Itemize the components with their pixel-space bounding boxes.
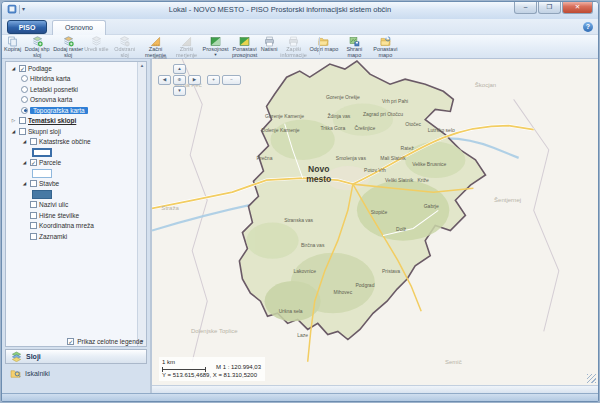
full-legend-checkbox[interactable]: ✓: [67, 338, 74, 345]
tree-item-nazivi-ulic[interactable]: Nazivi ulic: [7, 200, 136, 211]
window-bottom-border: [2, 393, 598, 402]
basemap-radio[interactable]: [21, 86, 28, 93]
tree-item-hibridna-karta[interactable]: Hibridna karta: [7, 74, 136, 85]
help-button[interactable]: ?: [583, 22, 593, 32]
tree-item-tematski-sklopi[interactable]: ▷Tematski sklopi: [7, 116, 136, 127]
tree-item-letalski-posnetki[interactable]: Letalski posnetki: [7, 84, 136, 95]
tree-item-label: Parcele: [39, 159, 61, 166]
piso-app-button[interactable]: PISO: [7, 20, 47, 34]
zoom-in-button[interactable]: +: [207, 75, 220, 85]
map-label-stranska-vas: Stranska vas: [284, 217, 313, 223]
legend-swatch-stavbe: [7, 189, 136, 200]
layer-checkbox[interactable]: [30, 233, 37, 240]
tree-item-label: Katastrske občine: [39, 138, 91, 145]
legend-swatch: [32, 148, 52, 157]
tree-item-koordinatna-mreza[interactable]: Koordinatna mreža: [7, 221, 136, 232]
map-label-potov-vrh: Potov Vrh: [364, 167, 386, 173]
expander-closed-icon[interactable]: ▷: [10, 118, 17, 123]
ribbon: KopirajDodaj shp slojDodaj raster slojUr…: [2, 35, 598, 59]
layer-tree-panel: ◢✓PodlageHibridna kartaLetalski posnetki…: [5, 61, 147, 347]
map-label-semic: Semič: [445, 359, 462, 365]
layer-checkbox[interactable]: [30, 222, 37, 229]
layer-checkbox[interactable]: [19, 117, 26, 124]
ribbon-button-shrani-mapo[interactable]: Shrani mapo: [339, 35, 369, 58]
layer-checkbox[interactable]: [30, 212, 37, 219]
basemap-radio[interactable]: [21, 75, 28, 82]
map-label-mihovec: Mihovec: [334, 289, 353, 295]
ribbon-button-natisni[interactable]: Natisni: [261, 35, 278, 53]
map-label-vrh-pri-pahi: Vrh pri Pahi: [382, 98, 408, 104]
map-label-skocjan: Škocjan: [475, 82, 496, 88]
tree-scrollbar[interactable]: ▲ ▼: [137, 62, 146, 346]
map-label-cresnjice: Črešnjice: [355, 125, 376, 131]
zoom-out-button[interactable]: −: [222, 75, 241, 85]
basemap-radio[interactable]: [21, 96, 28, 103]
map-area: NovomestoPrečnaGorenje KamenjeDolenje Ka…: [152, 59, 598, 393]
basemap-radio[interactable]: [21, 107, 28, 114]
layer-checkbox[interactable]: ✓: [19, 65, 26, 72]
map-bottom-strip: [152, 385, 598, 393]
map-label-gorenje-oresje: Gorenje Orešje: [326, 94, 360, 100]
tree-item-stavbe[interactable]: ◢Stavbe: [7, 179, 136, 190]
tab-osnovno[interactable]: Osnovno: [52, 20, 106, 35]
ribbon-button-label: Odpri mapo: [310, 47, 339, 53]
layer-checkbox[interactable]: [30, 180, 37, 187]
search-folder-icon: [10, 365, 21, 383]
layer-checkbox[interactable]: [30, 201, 37, 208]
maximize-button[interactable]: ❐: [538, 2, 561, 14]
resize-grip[interactable]: [587, 374, 596, 383]
tree-item-osnovna-karta[interactable]: Osnovna karta: [7, 95, 136, 106]
window-controls: – ❐ ✕: [514, 2, 593, 14]
map-label-trska-gora: Trška Gora: [320, 125, 345, 131]
map-label-lakovnice: Lakovnice: [293, 268, 316, 274]
map-label-ratez: Ratež: [401, 145, 415, 151]
panel-iskalniki-label: Iskalniki: [25, 370, 50, 377]
ribbon-button-prosojnost[interactable]: Prosojnost▼: [203, 35, 229, 56]
pan-down-button[interactable]: ▼: [173, 86, 186, 96]
expander-open-icon[interactable]: ◢: [10, 66, 17, 71]
tree-item-label: Stavbe: [39, 180, 59, 187]
scale-bar: [162, 367, 206, 372]
window-title: Lokal - NOVO MESTO - PISO Prostorski inf…: [62, 5, 498, 14]
full-legend-label: Prikaz celotne legende: [77, 338, 143, 345]
tree-item-parcele[interactable]: ◢✓Parcele: [7, 158, 136, 169]
legend-swatch-katastrske-obcine: [7, 147, 136, 158]
minimize-button[interactable]: –: [514, 2, 537, 14]
pan-up-button[interactable]: ▲: [173, 64, 186, 74]
app-icon[interactable]: [7, 4, 17, 14]
pan-right-button[interactable]: ▶: [188, 75, 201, 85]
map-label-velike-brusnice: Velike Brusnice: [412, 161, 446, 167]
expander-open-icon[interactable]: ◢: [21, 181, 28, 186]
expander-open-icon[interactable]: ◢: [21, 160, 28, 165]
expander-open-icon[interactable]: ◢: [10, 129, 17, 134]
ribbon-button-label: Shrani mapo: [339, 47, 369, 58]
map-canvas[interactable]: NovomestoPrečnaGorenje KamenjeDolenje Ka…: [152, 59, 598, 393]
full-legend-checkbox-row[interactable]: ✓ Prikaz celotne legende: [67, 338, 143, 345]
panel-iskalniki[interactable]: Iskalniki: [5, 366, 147, 381]
map-nav-controls: ▲ ◀ ⊕ ▶ ▼ + −: [158, 64, 248, 98]
qat-dropdown-icon[interactable]: ▾: [22, 5, 25, 14]
panel-sloji[interactable]: Sloji: [5, 349, 147, 364]
legend-swatch: [32, 169, 52, 178]
layer-checkbox[interactable]: [19, 128, 26, 135]
tree-item-katastrske-obcine[interactable]: ◢Katastrske občine: [7, 137, 136, 148]
tree-item-zaznamki[interactable]: Zaznamki: [7, 231, 136, 242]
ribbon-button-odpri-mapo[interactable]: Odpri mapo: [310, 35, 339, 53]
tree-item-topografska-karta[interactable]: Topografska karta: [7, 105, 136, 116]
pan-center-button[interactable]: ⊕: [173, 75, 186, 85]
tree-item-podlage[interactable]: ◢✓Podlage: [7, 63, 136, 74]
layer-checkbox[interactable]: [30, 138, 37, 145]
ribbon-button-label: Natisni: [261, 47, 278, 53]
close-button[interactable]: ✕: [562, 2, 593, 14]
ribbon-group-separator: [319, 37, 320, 55]
tree-item-skupni-sloji[interactable]: ◢Skupni sloji: [7, 126, 136, 137]
quick-access-toolbar: ▾: [7, 4, 25, 14]
expander-open-icon[interactable]: ◢: [21, 139, 28, 144]
panel-sloji-label: Sloji: [26, 353, 41, 360]
layer-checkbox[interactable]: ✓: [30, 159, 37, 166]
tree-item-hisne-stevilke[interactable]: Hišne številke: [7, 210, 136, 221]
ribbon-button-kopiraj[interactable]: Kopiraj: [4, 35, 21, 53]
pan-left-button[interactable]: ◀: [158, 75, 171, 85]
ribbon-button-ponastavi-mapo[interactable]: Ponastavi mapo: [370, 35, 400, 58]
scroll-up-icon[interactable]: ▲: [138, 62, 146, 70]
